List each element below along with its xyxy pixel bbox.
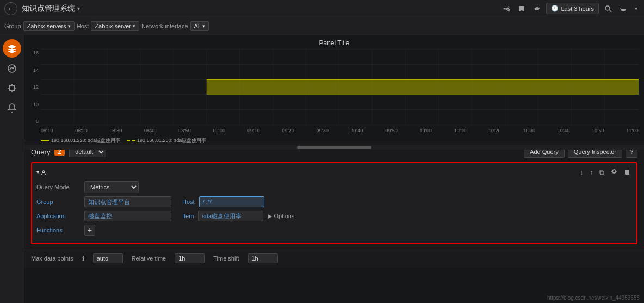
x-label-1040: 10:40 [558,128,570,133]
all-value: All [194,23,201,29]
svg-point-0 [605,6,610,10]
query-mode-label: Query Mode [36,184,80,190]
duplicate-button[interactable]: ⧉ [598,168,606,177]
y-label-14: 14 [27,67,39,73]
x-label-0930: 09:30 [317,128,329,133]
item-input[interactable] [198,211,263,221]
watermark-text: https://blog.csdn.net/weixin_44953658 [547,295,640,301]
sidebar-icon-layers[interactable] [3,39,21,58]
refresh-button[interactable] [617,3,629,15]
dashboard-title-text: 知识点管理系统 [22,4,75,14]
sidebar [0,35,24,303]
x-label-0920: 09:20 [282,128,294,133]
time-shift-input[interactable] [248,253,278,263]
host-label: Host [77,23,89,29]
host-field-label: Host [182,199,195,205]
sidebar-icon-chart[interactable] [3,60,21,77]
group-dropdown[interactable]: Zabbix servers ▾ [23,21,75,31]
legend-label-2: 192.168.81.230: sda磁盘使用率 [137,137,206,144]
x-label-0830: 08:30 [110,128,122,133]
svg-line-11 [9,90,10,91]
application-input[interactable] [84,211,171,221]
move-down-button[interactable]: ↓ [578,168,585,177]
dashboard-title: 知识点管理系统 ▾ [22,4,80,14]
search-button[interactable] [602,3,614,15]
group-input[interactable] [84,196,171,207]
host-value: Zabbix server [95,23,131,29]
svg-marker-36 [207,79,639,95]
collapse-icon[interactable]: ▾ [36,169,39,175]
query-block-actions: ↓ ↑ ⧉ [578,168,632,177]
refresh-dropdown-button[interactable]: ▾ [633,3,640,14]
application-item-row: Application Item ▶ Options: [36,211,632,221]
chart-title: Panel Title [24,39,644,47]
y-label-12: 12 [27,84,39,90]
x-label-0850: 08:50 [178,128,191,133]
functions-label: Functions [36,227,80,233]
x-label-0820: 08:20 [75,128,88,133]
y-axis: 8 10 12 14 16 [24,49,41,125]
host-dropdown[interactable]: Zabbix server ▾ [91,21,139,31]
settings-button[interactable] [531,3,543,15]
network-dropdown[interactable]: All ▾ [190,21,209,31]
time-shift-label: Time shift [213,255,239,262]
x-label-1100: 11:00 [626,128,639,133]
x-axis: 08:10 08:20 08:30 08:40 08:50 09:00 09:1… [41,127,639,134]
chart-legend: 192.168.81.220: sda磁盘使用率 192.168.81.230:… [24,136,644,145]
legend-label-1: 192.168.81.220: sda磁盘使用率 [51,137,120,144]
options-label[interactable]: ▶ Options: [268,213,296,220]
network-label: Network interface [141,23,188,29]
all-chevron-icon: ▾ [202,23,205,29]
x-label-1030: 10:30 [523,128,535,133]
max-data-points-input[interactable] [93,253,123,263]
watermark: https://blog.csdn.net/weixin_44953658 [547,295,640,301]
query-mode-select[interactable]: Metrics [84,181,139,193]
svg-line-9 [14,90,15,91]
chart-area: Panel Title 8 10 12 14 16 [24,35,644,141]
relative-time-label: Relative time [132,255,166,262]
delete-button[interactable] [622,168,632,177]
svg-line-1 [610,10,612,12]
max-data-points-label: Max data points [31,255,73,262]
legend-item-2: 192.168.81.230: sda磁盘使用率 [127,137,206,144]
query-block-header: ▾ A ↓ ↑ ⧉ [36,168,632,177]
share-button[interactable] [500,3,512,15]
chart-scrollbar[interactable] [24,145,644,150]
group-chevron-icon: ▾ [68,23,71,29]
functions-row: Functions + [36,225,632,236]
sidebar-icon-star[interactable] [3,79,21,97]
svg-point-2 [8,65,16,72]
time-range-button[interactable]: 🕐 Last 3 hours [546,3,599,14]
query-section: Query Z default Add Query Query Inspecto… [24,141,644,249]
x-label-1010: 10:10 [454,128,467,133]
group-label: Group [4,23,21,29]
back-button[interactable]: ← [4,2,17,15]
add-function-button[interactable]: + [84,225,95,236]
x-label-1050: 10:50 [592,128,604,133]
top-bar: ← 知识点管理系统 ▾ 🕐 Last 3 hours ▾ [0,0,644,17]
x-label-0950: 09:50 [385,128,398,133]
filter-bar: Group Zabbix servers ▾ Host Zabbix serve… [0,17,644,35]
y-label-16: 16 [27,50,39,55]
bookmark-button[interactable] [516,3,528,15]
sidebar-icon-bell[interactable] [3,99,21,116]
move-up-button[interactable]: ↑ [588,168,595,177]
title-dropdown-icon[interactable]: ▾ [77,5,80,11]
top-bar-left: ← 知识点管理系统 ▾ [4,2,80,15]
top-bar-right: 🕐 Last 3 hours ▾ [500,3,640,15]
main-layout: Panel Title 8 10 12 14 16 [0,35,644,303]
time-range-label: Last 3 hours [561,5,594,12]
toggle-visibility-button[interactable] [609,168,619,177]
relative-time-input[interactable] [175,253,205,263]
back-icon: ← [7,4,15,13]
group-field-label: Group [36,199,80,205]
query-block-a: ▾ A ↓ ↑ ⧉ [31,162,637,244]
scrollbar-thumb[interactable] [297,146,371,149]
x-label-1020: 10:20 [488,128,501,133]
x-label-1000: 10:00 [419,128,432,133]
info-icon[interactable]: ℹ [82,255,84,262]
application-label: Application [36,213,80,219]
svg-line-10 [14,85,15,86]
x-label-0940: 09:40 [351,128,363,133]
host-input[interactable] [199,196,264,207]
